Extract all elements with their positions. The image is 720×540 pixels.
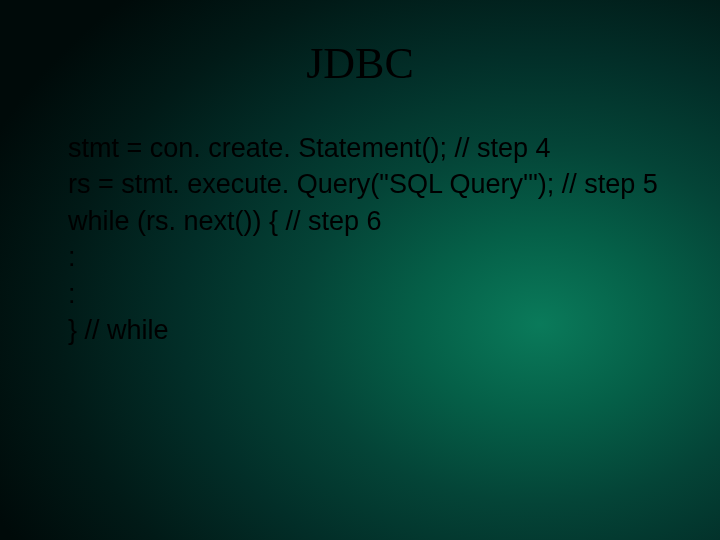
slide-body: stmt = con. create. Statement(); // step…: [68, 130, 670, 349]
slide-title: JDBC: [0, 38, 720, 89]
code-line: :: [68, 239, 670, 275]
code-line: stmt = con. create. Statement(); // step…: [68, 130, 670, 166]
code-line: } // while: [68, 312, 670, 348]
code-line: :: [68, 276, 670, 312]
code-line: while (rs. next()) { // step 6: [68, 203, 670, 239]
code-line: rs = stmt. execute. Query("SQL Query'");…: [68, 166, 670, 202]
slide: JDBC stmt = con. create. Statement(); //…: [0, 0, 720, 540]
